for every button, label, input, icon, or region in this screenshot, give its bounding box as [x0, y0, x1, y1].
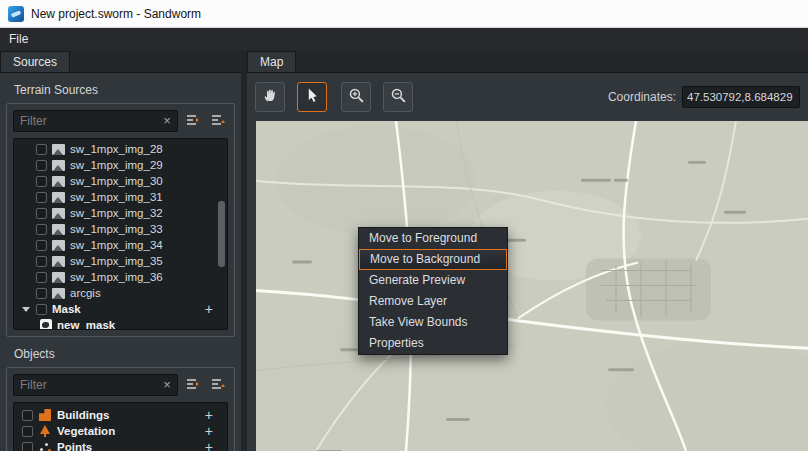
points-icon	[39, 441, 51, 451]
image-icon	[52, 288, 65, 299]
filter-clear-icon[interactable]: ×	[160, 378, 174, 392]
collapse-all-icon	[185, 376, 201, 395]
checkbox[interactable]	[36, 256, 47, 267]
title-bar: New project.sworm - Sandworm	[0, 0, 808, 28]
checkbox[interactable]	[22, 426, 33, 437]
coordinates-label: Coordinates:	[608, 90, 676, 104]
menu-item-take-view-bounds[interactable]: Take View Bounds	[359, 312, 507, 333]
select-tool-button[interactable]	[297, 82, 327, 112]
expander-icon[interactable]	[22, 307, 30, 312]
terrain-tree[interactable]: sw_1mpx_img_28 sw_1mpx_img_29 sw_1mpx_im…	[13, 138, 228, 330]
terrain-sources-title: Terrain Sources	[14, 83, 241, 97]
window-title: New project.sworm - Sandworm	[31, 7, 201, 21]
scrollbar-thumb[interactable]	[218, 201, 225, 268]
menu-file[interactable]: File	[0, 28, 37, 50]
checkbox[interactable]	[36, 304, 47, 315]
expand-all-icon	[210, 376, 226, 395]
menu-item-move-to-foreground[interactable]: Move to Foreground	[359, 228, 507, 249]
zoom-in-icon	[348, 87, 365, 107]
collapse-all-button[interactable]	[183, 111, 203, 131]
image-icon	[52, 144, 65, 155]
checkbox[interactable]	[36, 160, 47, 171]
map-canvas	[256, 121, 808, 451]
menu-item-generate-preview[interactable]: Generate Preview	[359, 270, 507, 291]
add-buildings-button[interactable]: +	[205, 407, 213, 423]
object-label: Points	[57, 441, 92, 451]
tree-item[interactable]: sw_1mpx_img_32	[14, 205, 227, 221]
object-row-buildings[interactable]: Buildings +	[14, 407, 227, 423]
menu-bar: File	[0, 28, 808, 50]
tree-scrollbar[interactable]	[218, 141, 225, 327]
tab-map[interactable]: Map	[247, 51, 296, 72]
tree-item[interactable]: sw_1mpx_img_29	[14, 157, 227, 173]
checkbox[interactable]	[36, 240, 47, 251]
checkbox[interactable]	[36, 144, 47, 155]
tree-item-label: sw_1mpx_img_28	[70, 143, 163, 155]
map-viewport[interactable]	[256, 121, 808, 451]
image-icon	[52, 176, 65, 187]
object-label: Buildings	[57, 409, 109, 421]
filter-clear-icon[interactable]: ×	[160, 114, 174, 128]
vegetation-icon	[39, 425, 51, 437]
objects-filter-input[interactable]	[13, 374, 178, 396]
tree-item[interactable]: sw_1mpx_img_31	[14, 189, 227, 205]
checkbox[interactable]	[22, 442, 33, 451]
cursor-icon	[304, 87, 321, 107]
objects-title: Objects	[14, 347, 241, 361]
pan-tool-button[interactable]	[255, 82, 285, 112]
menu-item-properties[interactable]: Properties	[359, 333, 507, 354]
tree-item[interactable]: sw_1mpx_img_34	[14, 237, 227, 253]
expand-all-button[interactable]	[208, 375, 228, 395]
tree-item-label: new_mask	[57, 319, 115, 330]
checkbox[interactable]	[36, 224, 47, 235]
map-pane-body: Coordinates:	[247, 72, 808, 451]
tree-item[interactable]: arcgis	[14, 285, 227, 301]
tree-item-mask[interactable]: Mask +	[14, 301, 227, 317]
add-points-button[interactable]: +	[205, 439, 213, 451]
image-icon	[52, 240, 65, 251]
checkbox[interactable]	[22, 410, 33, 421]
objects-group: ×	[6, 367, 235, 451]
checkbox[interactable]	[36, 288, 47, 299]
tree-item[interactable]: sw_1mpx_img_28	[14, 141, 227, 157]
image-icon	[52, 272, 65, 283]
terrain-sources-group: ×	[6, 103, 235, 337]
object-row-vegetation[interactable]: Vegetation +	[14, 423, 227, 439]
map-tabbar: Map	[247, 50, 808, 72]
coordinates-input[interactable]	[682, 86, 800, 108]
expand-all-button[interactable]	[208, 111, 228, 131]
menu-item-move-to-background[interactable]: Move to Background	[359, 249, 507, 270]
collapse-all-button[interactable]	[183, 375, 203, 395]
hand-icon	[262, 87, 279, 107]
tree-item[interactable]: sw_1mpx_img_35	[14, 253, 227, 269]
checkbox[interactable]	[36, 176, 47, 187]
tree-item[interactable]: sw_1mpx_img_30	[14, 173, 227, 189]
objects-list[interactable]: Buildings + Vegetation + Points +	[13, 402, 228, 451]
zoom-in-button[interactable]	[341, 82, 371, 112]
tree-item-new-mask[interactable]: new_mask	[14, 317, 227, 330]
mask-icon	[40, 319, 52, 330]
terrain-filter-input[interactable]	[13, 110, 178, 132]
expand-all-icon	[210, 112, 226, 131]
object-row-points[interactable]: Points +	[14, 439, 227, 451]
sources-tabbar: Sources	[0, 50, 241, 72]
coordinates-group: Coordinates:	[608, 86, 800, 108]
image-icon	[52, 160, 65, 171]
checkbox[interactable]	[36, 192, 47, 203]
checkbox[interactable]	[36, 208, 47, 219]
tree-item[interactable]: sw_1mpx_img_33	[14, 221, 227, 237]
menu-item-remove-layer[interactable]: Remove Layer	[359, 291, 507, 312]
add-vegetation-button[interactable]: +	[205, 423, 213, 439]
tree-item-label: sw_1mpx_img_30	[70, 175, 163, 187]
add-mask-button[interactable]: +	[205, 301, 213, 317]
tab-sources[interactable]: Sources	[0, 51, 70, 72]
tree-item-label: sw_1mpx_img_31	[70, 191, 163, 203]
tree-item[interactable]: sw_1mpx_img_36	[14, 269, 227, 285]
tree-item-label: sw_1mpx_img_35	[70, 255, 163, 267]
tree-item-label: arcgis	[70, 287, 101, 299]
zoom-out-button[interactable]	[383, 82, 413, 112]
tree-item-label: sw_1mpx_img_32	[70, 207, 163, 219]
tree-item-label: sw_1mpx_img_36	[70, 271, 163, 283]
layer-context-menu: Move to Foreground Move to Background Ge…	[358, 227, 508, 355]
checkbox[interactable]	[36, 272, 47, 283]
